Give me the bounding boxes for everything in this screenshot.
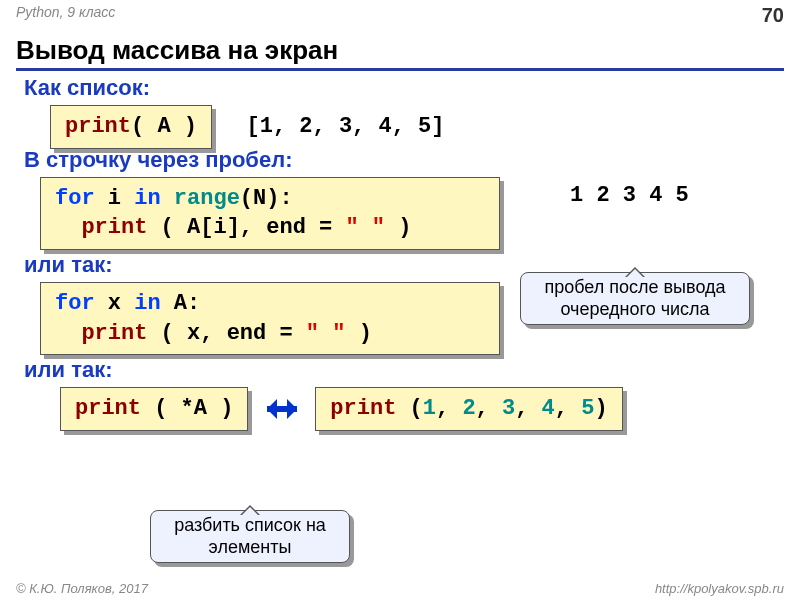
kw-print: print <box>75 396 141 421</box>
slide-header: Python, 9 класс 70 <box>0 0 800 31</box>
callout-star-a: разбить список на элементы <box>150 510 350 563</box>
row-print-list: print( A ) [1, 2, 3, 4, 5] <box>50 105 800 149</box>
kw-print: print <box>65 114 131 139</box>
kw-print: print <box>330 396 396 421</box>
kw-in: in <box>134 291 160 316</box>
num-1: 1 <box>423 396 436 421</box>
kw-print: print <box>81 321 147 346</box>
codebox-print-a: print( A ) <box>50 105 212 149</box>
copyright: © К.Ю. Поляков, 2017 <box>16 581 148 596</box>
page-number: 70 <box>762 4 784 27</box>
slide-title: Вывод массива на экран <box>16 35 784 71</box>
codebox-star-a: print ( *A ) <box>60 387 248 431</box>
codebox-loop-a: for x in A: print ( x, end = " " ) <box>40 282 500 355</box>
num-4: 4 <box>542 396 555 421</box>
str-space2: " " <box>306 321 346 346</box>
subhead-as-row: В строчку через пробел: <box>24 147 800 173</box>
code-star-args: ( *A ) <box>141 396 233 421</box>
callout-text-2: разбить список на элементы <box>174 515 326 557</box>
code-i: i <box>95 186 135 211</box>
codebox-print-nums: print (1, 2, 3, 4, 5) <box>315 387 622 431</box>
code-tail: (N): <box>240 186 293 211</box>
course-label: Python, 9 класс <box>16 4 115 27</box>
str-space: " " <box>345 215 385 240</box>
kw-in: in <box>134 186 160 211</box>
num-3: 3 <box>502 396 515 421</box>
fn-range: range <box>161 186 240 211</box>
callout-end-space: пробел после вывода очередного числа <box>520 272 750 325</box>
code-tail2: A: <box>161 291 201 316</box>
paren-open: ( <box>396 396 422 421</box>
code-end: ) <box>385 215 411 240</box>
code-end2: ) <box>345 321 371 346</box>
codebox-loop-range: for i in range(N): print ( A[i], end = "… <box>40 177 500 250</box>
code-mid: ( A[i], end = <box>147 215 345 240</box>
source-url: http://kpolyakov.spb.ru <box>655 581 784 596</box>
subhead-as-list: Как список: <box>24 75 800 101</box>
code-args: ( A ) <box>131 114 197 139</box>
paren-close: ) <box>594 396 607 421</box>
row-loop-range: for i in range(N): print ( A[i], end = "… <box>40 177 800 250</box>
kw-for: for <box>55 291 95 316</box>
code-mid2: ( x, end = <box>147 321 305 346</box>
callout-text: пробел после вывода очередного числа <box>544 277 725 319</box>
double-arrow-icon <box>259 399 305 419</box>
code-x: x <box>95 291 135 316</box>
num-2: 2 <box>462 396 475 421</box>
slide-footer: © К.Ю. Поляков, 2017 http://kpolyakov.sp… <box>0 581 800 596</box>
output-list: [1, 2, 3, 4, 5] <box>246 114 444 139</box>
row-star-a: print ( *A ) print (1, 2, 3, 4, 5) <box>60 387 800 431</box>
kw-print: print <box>81 215 147 240</box>
num-5: 5 <box>581 396 594 421</box>
kw-for: for <box>55 186 95 211</box>
subhead-or-2: или так: <box>24 357 800 383</box>
output-row-1: 1 2 3 4 5 <box>570 183 689 208</box>
